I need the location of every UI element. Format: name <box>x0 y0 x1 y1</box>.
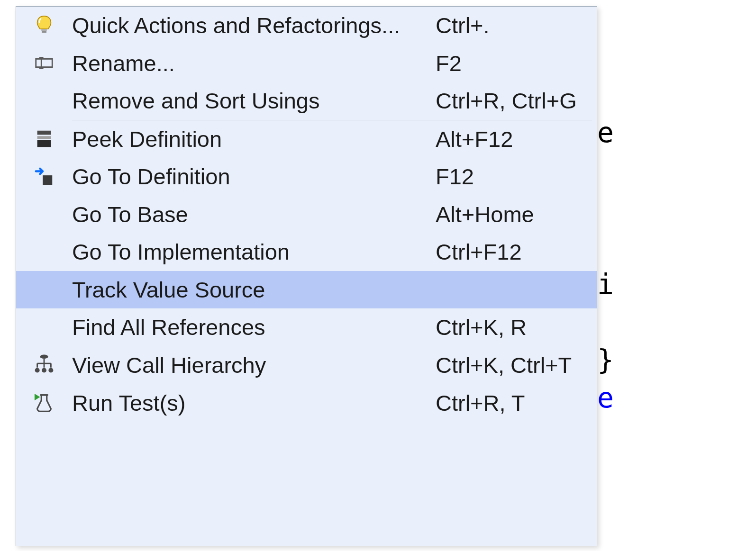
svg-rect-1 <box>42 31 46 33</box>
background-code: e i } e <box>597 0 756 551</box>
svg-point-16 <box>42 368 46 373</box>
svg-point-15 <box>35 368 40 373</box>
context-menu: Quick Actions and Refactorings... Ctrl+.… <box>16 6 597 546</box>
menu-item-quick-actions[interactable]: Quick Actions and Refactorings... Ctrl+. <box>16 7 597 45</box>
rename-icon <box>16 52 72 74</box>
svg-rect-7 <box>37 136 51 139</box>
menu-item-go-to-definition[interactable]: Go To Definition F12 <box>16 158 597 196</box>
menu-item-label: View Call Hierarchy <box>72 352 436 378</box>
menu-item-label: Quick Actions and Refactorings... <box>72 12 436 38</box>
menu-item-label: Go To Definition <box>72 163 436 190</box>
menu-item-label: Peek Definition <box>72 126 436 152</box>
menu-item-label: Track Value Source <box>72 277 436 303</box>
menu-item-shortcut: Alt+Home <box>436 201 597 227</box>
menu-item-label: Find All References <box>72 314 436 340</box>
menu-item-peek-definition[interactable]: Peek Definition Alt+F12 <box>16 120 597 158</box>
menu-item-label: Remove and Sort Usings <box>72 88 436 114</box>
menu-item-shortcut: Ctrl+R, T <box>436 390 597 416</box>
menu-item-shortcut: Alt+F12 <box>436 126 597 152</box>
menu-item-label: Go To Base <box>72 201 436 227</box>
menu-item-shortcut: Ctrl+K, R <box>436 314 597 340</box>
menu-item-track-value-source[interactable]: Track Value Source <box>16 271 597 309</box>
menu-item-remove-sort-usings[interactable]: Remove and Sort Usings Ctrl+R, Ctrl+G <box>16 82 597 120</box>
svg-rect-2 <box>36 59 53 67</box>
run-tests-icon <box>16 392 72 414</box>
menu-item-shortcut: Ctrl+F12 <box>436 239 597 265</box>
svg-rect-6 <box>37 131 51 135</box>
menu-item-shortcut: F12 <box>436 163 597 190</box>
menu-item-shortcut: Ctrl+. <box>436 12 597 38</box>
menu-item-label: Run Test(s) <box>72 390 436 416</box>
menu-item-find-all-references[interactable]: Find All References Ctrl+K, R <box>16 308 597 346</box>
menu-item-shortcut: Ctrl+K, Ctrl+T <box>436 352 597 378</box>
menu-item-go-to-implementation[interactable]: Go To Implementation Ctrl+F12 <box>16 233 597 271</box>
svg-point-17 <box>48 368 53 373</box>
menu-item-shortcut: Ctrl+R, Ctrl+G <box>436 88 597 114</box>
menu-item-shortcut: F2 <box>436 50 597 76</box>
peek-icon <box>16 128 72 150</box>
menu-item-go-to-base[interactable]: Go To Base Alt+Home <box>16 196 597 234</box>
menu-item-view-call-hierarchy[interactable]: View Call Hierarchy Ctrl+K, Ctrl+T <box>16 346 597 384</box>
lightbulb-icon <box>16 15 72 36</box>
call-hier-icon <box>16 354 72 376</box>
menu-item-label: Rename... <box>72 50 436 76</box>
svg-rect-0 <box>41 29 47 31</box>
svg-rect-9 <box>43 175 52 185</box>
menu-item-label: Go To Implementation <box>72 239 436 265</box>
menu-item-run-tests[interactable]: Run Test(s) Ctrl+R, T <box>16 384 597 422</box>
menu-item-rename[interactable]: Rename... F2 <box>16 45 597 82</box>
goto-def-icon <box>16 166 72 188</box>
svg-rect-8 <box>37 140 51 147</box>
